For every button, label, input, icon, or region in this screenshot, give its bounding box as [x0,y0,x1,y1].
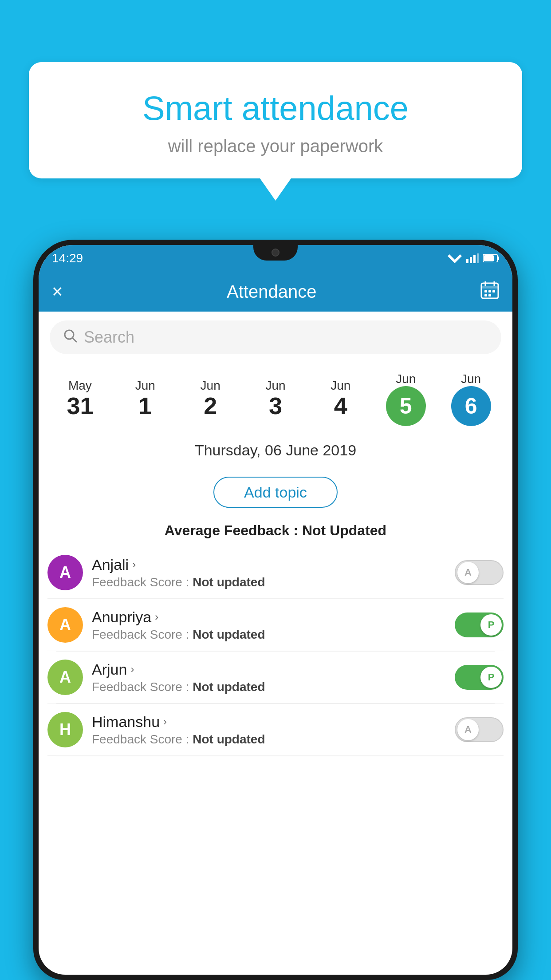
status-time: 14:29 [52,251,83,265]
date-day: 2 [204,393,217,419]
date-month: Jun [201,379,220,393]
student-name-0[interactable]: Anjali › [92,556,446,573]
avg-feedback-value: Not Updated [302,522,386,538]
status-icons [448,253,499,263]
date-item-2[interactable]: Jun2 [178,374,243,423]
student-avatar-1: A [47,607,83,643]
date-item-5[interactable]: Jun5 [373,368,438,431]
toggle-knob-3: A [457,719,479,740]
date-item-3[interactable]: Jun3 [243,374,308,423]
battery-icon [483,254,499,262]
app-header: × Attendance [39,272,512,312]
student-list: AAnjali ›Feedback Score : Not updatedAAA… [39,547,512,756]
date-day: 1 [138,393,152,419]
feedback-value: Not updated [193,732,265,746]
avg-feedback-label: Average Feedback : [165,522,298,538]
chevron-icon: › [130,663,134,676]
toggle-knob-1: P [480,614,502,636]
search-bar[interactable]: Search [50,320,501,354]
calendar-icon[interactable] [480,281,499,303]
chevron-icon: › [155,611,158,623]
svg-rect-15 [484,294,487,296]
avg-feedback: Average Feedback : Not Updated [39,519,512,547]
date-month: Jun [461,372,481,386]
phone-screen: 14:29 × Attendan [39,245,512,975]
speech-bubble: Smart attendance will replace your paper… [29,62,522,178]
date-day: 5 [400,394,412,419]
student-avatar-2: A [47,660,83,695]
svg-rect-3 [473,255,476,263]
student-item-3: HHimanshu ›Feedback Score : Not updatedA [47,704,504,756]
student-avatar-3: H [47,712,83,747]
date-day: 6 [465,394,477,419]
student-feedback-2: Feedback Score : Not updated [92,680,446,694]
toggle-knob-2: P [480,667,502,688]
chevron-icon: › [132,558,136,571]
date-scroller[interactable]: May31Jun1Jun2Jun3Jun4Jun5Jun6 [39,363,512,435]
speech-bubble-title: Smart attendance [55,89,496,127]
chevron-icon: › [163,715,167,728]
notch [253,245,298,261]
date-item-1[interactable]: Jun1 [113,374,178,423]
close-button[interactable]: × [52,281,63,302]
add-topic-button[interactable]: Add topic [213,477,338,508]
date-day: 31 [67,393,93,419]
search-icon [63,328,77,346]
speech-bubble-tail [260,178,291,201]
attendance-toggle-3[interactable]: A [455,717,504,742]
svg-rect-9 [481,286,498,288]
feedback-value: Not updated [193,680,265,694]
date-item-4[interactable]: Jun4 [308,374,373,423]
selected-date-label: Thursday, 06 June 2019 [39,435,512,463]
date-month: Jun [135,379,155,393]
date-day: 3 [269,393,282,419]
svg-rect-16 [488,294,491,296]
speech-bubble-container: Smart attendance will replace your paper… [29,62,522,201]
student-info-1: Anupriya ›Feedback Score : Not updated [92,609,446,642]
student-item-1: AAnupriya ›Feedback Score : Not updatedP [47,599,504,651]
phone-frame: 14:29 × Attendan [33,240,518,980]
date-month: May [68,379,92,393]
add-topic-label: Add topic [244,484,307,501]
status-bar: 14:29 [39,245,512,272]
student-feedback-3: Feedback Score : Not updated [92,732,446,747]
toggle-knob-0: A [457,562,479,583]
divider [56,756,495,756]
svg-rect-7 [484,255,494,261]
feedback-value: Not updated [193,628,265,641]
svg-line-18 [73,338,76,342]
attendance-toggle-1[interactable]: P [455,612,504,637]
student-name-2[interactable]: Arjun › [92,661,446,678]
student-feedback-1: Feedback Score : Not updated [92,628,446,642]
date-day: 4 [334,393,347,419]
student-name-1[interactable]: Anupriya › [92,609,446,626]
svg-rect-13 [488,290,491,292]
student-avatar-0: A [47,555,83,590]
svg-marker-0 [448,254,462,263]
wifi-icon [448,253,462,263]
student-info-2: Arjun ›Feedback Score : Not updated [92,661,446,694]
student-name-3[interactable]: Himanshu › [92,713,446,731]
svg-rect-14 [492,290,495,292]
camera-notch [272,249,279,257]
svg-rect-1 [466,259,468,263]
attendance-toggle-2[interactable]: P [455,665,504,690]
date-item-6[interactable]: Jun6 [438,368,504,431]
svg-rect-12 [484,290,487,292]
date-month: Jun [331,379,350,393]
search-placeholder: Search [84,328,134,347]
student-item-2: AArjun ›Feedback Score : Not updatedP [47,652,504,703]
speech-bubble-subtitle: will replace your paperwork [55,136,496,156]
svg-rect-2 [470,257,472,263]
signal-icon [466,253,479,263]
svg-rect-6 [497,257,499,260]
date-item-0[interactable]: May31 [47,374,113,423]
student-info-0: Anjali ›Feedback Score : Not updated [92,556,446,589]
student-info-3: Himanshu ›Feedback Score : Not updated [92,713,446,747]
student-item-0: AAnjali ›Feedback Score : Not updatedA [47,547,504,599]
date-month: Jun [265,379,285,393]
feedback-value: Not updated [193,575,265,589]
student-feedback-0: Feedback Score : Not updated [92,575,446,589]
svg-rect-4 [477,253,479,263]
attendance-toggle-0[interactable]: A [455,560,504,585]
